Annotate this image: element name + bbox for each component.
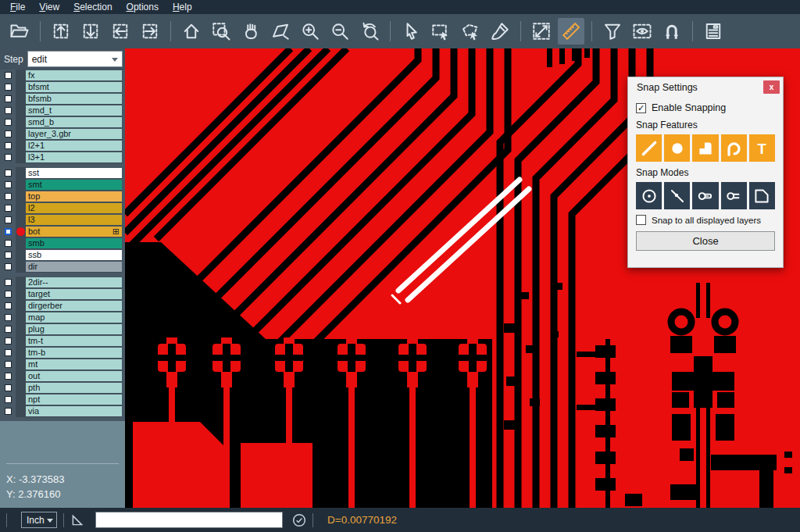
layer-name[interactable]: target [26, 289, 122, 300]
snap-feature-arc-button[interactable] [721, 134, 747, 162]
layer-row-smd_t[interactable]: smd_t [0, 105, 125, 116]
report-button[interactable] [700, 18, 727, 45]
command-input[interactable] [95, 512, 283, 528]
layer-row-map[interactable]: map [0, 312, 125, 323]
layer-name[interactable]: bfsmb [26, 94, 122, 105]
shift-right-button[interactable] [137, 18, 163, 45]
layer-visibility-checkbox[interactable] [5, 263, 12, 270]
enable-snapping-checkbox[interactable]: ✓ [636, 103, 646, 113]
layer-row-target[interactable]: target [0, 288, 125, 300]
layer-visibility-checkbox[interactable] [5, 361, 12, 368]
snap-feature-pad-button[interactable] [664, 134, 690, 162]
ruler-button[interactable] [558, 18, 584, 45]
layer-name[interactable]: 2dir-- [26, 277, 122, 288]
layer-row-layer_3.gbr[interactable]: layer_3.gbr [0, 128, 125, 140]
layer-visibility-checkbox[interactable] [5, 373, 12, 380]
layer-name[interactable]: via [26, 406, 122, 417]
layer-visibility-checkbox[interactable] [5, 314, 12, 321]
layer-name[interactable]: dir [26, 262, 122, 273]
layer-row-smb[interactable]: smb [0, 237, 125, 249]
layer-row-l2[interactable]: l2 [0, 202, 125, 214]
layer-name[interactable]: mt [26, 359, 122, 370]
angle-measure-icon[interactable] [70, 513, 84, 527]
layer-name[interactable]: top [26, 191, 122, 202]
layer-visibility-checkbox[interactable] [5, 170, 12, 177]
layer-name[interactable]: l3 [26, 215, 122, 226]
clear-selection-button[interactable] [487, 18, 513, 45]
shift-left-button[interactable] [107, 18, 134, 45]
layer-visibility-checkbox[interactable] [5, 72, 12, 79]
layer-row-npt[interactable]: npt [0, 394, 125, 405]
layer-visibility-checkbox[interactable] [5, 107, 12, 114]
layer-row-pth[interactable]: pth [0, 382, 125, 394]
filter-button[interactable] [599, 18, 626, 45]
zoom-window-button[interactable] [208, 18, 234, 45]
layer-name[interactable]: sst [26, 168, 122, 179]
menu-help[interactable]: Help [166, 2, 199, 12]
layer-row-top[interactable]: top [0, 191, 125, 202]
layer-name[interactable]: map [26, 312, 122, 323]
select-polygon-button[interactable] [457, 18, 484, 45]
layer-name[interactable]: npt [26, 395, 122, 405]
layer-name[interactable]: smt [26, 180, 122, 191]
layer-visibility-checkbox[interactable] [5, 252, 12, 259]
layer-visibility-checkbox[interactable] [5, 205, 12, 212]
pan-button[interactable] [238, 18, 264, 45]
layer-row-out[interactable]: out [0, 370, 125, 382]
menu-selection[interactable]: Selection [66, 2, 119, 12]
layer-row-ssb[interactable]: ssb [0, 249, 125, 261]
shift-up-button[interactable] [48, 18, 74, 45]
layer-name[interactable]: tm-b [26, 348, 122, 359]
layer-row-smd_b[interactable]: smd_b [0, 116, 125, 128]
layer-name[interactable]: plug [26, 324, 122, 335]
layer-visibility-checkbox[interactable] [5, 193, 12, 200]
snap-mode-slot-end-button[interactable] [721, 182, 747, 209]
layer-visibility-checkbox[interactable] [5, 396, 12, 403]
select-pointer-button[interactable] [398, 18, 424, 45]
close-button[interactable]: Close [636, 231, 775, 251]
layer-name[interactable]: ssb [26, 250, 122, 261]
snap-mode-slot-center-button[interactable] [692, 182, 718, 209]
layer-row-dir[interactable]: dir [0, 261, 125, 273]
layer-name[interactable]: out [26, 371, 122, 382]
layer-row-tm-b[interactable]: tm-b [0, 347, 125, 359]
layer-name[interactable]: bot⊞ [26, 227, 122, 237]
snap-mode-point-on-edge-button[interactable] [664, 182, 690, 209]
grid-icon[interactable]: ⊞ [112, 227, 120, 236]
layer-visibility-checkbox[interactable] [5, 408, 12, 415]
layer-visibility-checkbox[interactable] [5, 130, 12, 137]
layer-name[interactable]: l2 [26, 203, 122, 214]
snap-feature-line-button[interactable] [636, 134, 662, 162]
layer-name[interactable]: l3+1 [26, 152, 122, 163]
layer-visibility-checkbox[interactable] [5, 384, 12, 391]
layer-row-smt[interactable]: smt [0, 179, 125, 191]
layer-visibility-checkbox[interactable] [5, 154, 12, 161]
snap-feature-text-button[interactable]: T [749, 134, 775, 162]
layer-row-tm-t[interactable]: tm-t [0, 335, 125, 347]
layer-visibility-checkbox[interactable] [5, 84, 12, 91]
menu-view[interactable]: View [32, 2, 66, 12]
zoom-previous-button[interactable] [356, 18, 383, 45]
layer-row-l3+1[interactable]: l3+1 [0, 152, 125, 163]
layer-row-bot[interactable]: bot⊞ [0, 226, 125, 237]
layer-row-plug[interactable]: plug [0, 323, 125, 335]
layer-visibility-checkbox[interactable] [5, 302, 12, 309]
layer-row-bfsmb[interactable]: bfsmb [0, 93, 125, 105]
layer-visibility-checkbox[interactable] [5, 142, 12, 149]
layer-visibility-checkbox[interactable] [5, 337, 12, 345]
menu-file[interactable]: File [3, 2, 32, 12]
close-icon[interactable]: x [763, 80, 780, 94]
layer-name[interactable]: dirgerber [26, 301, 122, 312]
snap-mode-corner-button[interactable] [749, 182, 775, 209]
layer-name[interactable]: pth [26, 383, 122, 394]
apply-check-icon[interactable] [292, 513, 306, 527]
layer-visibility-checkbox[interactable] [5, 95, 12, 102]
snap-mode-center-button[interactable] [636, 182, 662, 209]
layer-row-mt[interactable]: mt [0, 359, 125, 370]
layer-visibility-checkbox[interactable] [5, 349, 12, 356]
zoom-dynamic-button[interactable] [267, 18, 294, 45]
step-select[interactable]: edit [27, 51, 123, 67]
unit-select[interactable]: Inch [21, 512, 57, 528]
pcb-canvas[interactable]: Snap Settings x ✓ Enable Snapping Snap F… [125, 48, 800, 508]
layer-name[interactable]: layer_3.gbr [26, 129, 122, 140]
